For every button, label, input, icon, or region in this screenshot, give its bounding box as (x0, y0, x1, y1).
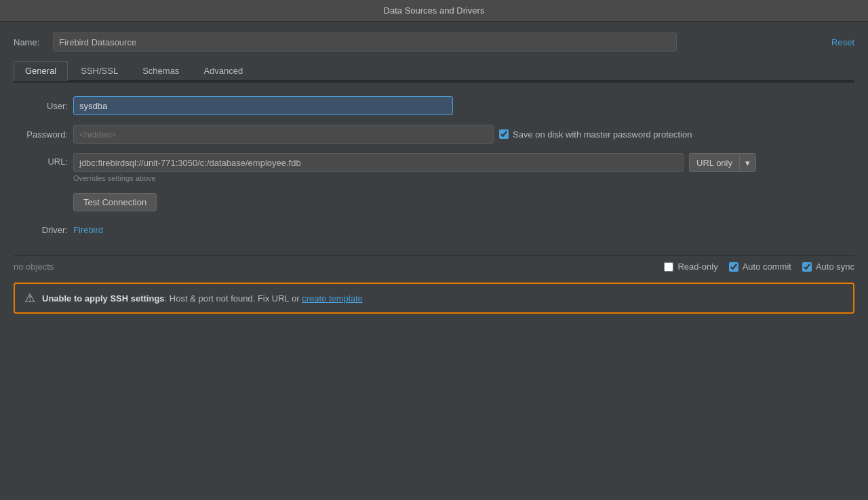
url-only-button-group: URL only ▾ (689, 153, 756, 172)
name-input[interactable] (53, 33, 677, 51)
bottom-options: Read-only Auto commit Auto sync (664, 262, 854, 272)
save-on-disk-text: Save on disk with master password protec… (513, 129, 692, 140)
warning-message: Unable to apply SSH settings: Host & por… (42, 293, 363, 304)
test-connection-button[interactable]: Test Connection (73, 193, 157, 211)
test-connection-row: Test Connection (14, 186, 854, 211)
create-template-link[interactable]: create template (302, 293, 363, 304)
save-on-disk-checkbox[interactable] (499, 129, 509, 139)
user-row: User: (14, 96, 854, 115)
name-row: Name: Reset (14, 33, 854, 51)
overrides-text: Overrides settings above (73, 174, 684, 182)
warning-icon: ⚠ (24, 291, 35, 306)
auto-commit-checkbox[interactable] (729, 262, 738, 272)
tabs-bar: General SSH/SSL Schemas Advanced (14, 61, 854, 81)
bottom-bar: no objects Read-only Auto commit Auto sy… (14, 255, 854, 277)
auto-sync-checkbox[interactable] (802, 262, 812, 272)
driver-row: Driver: Firebird (14, 225, 854, 235)
auto-sync-label: Auto sync (816, 262, 854, 272)
read-only-checkbox[interactable] (664, 262, 673, 272)
driver-label: Driver: (14, 225, 68, 235)
reset-button[interactable]: Reset (831, 37, 854, 47)
window-title: Data Sources and Drivers (384, 5, 485, 16)
warning-normal-text: : Host & port not found. Fix URL or (165, 293, 302, 304)
url-row: URL: Overrides settings above URL only ▾ (14, 153, 854, 182)
warning-bold-text: Unable to apply SSH settings (42, 293, 165, 304)
url-only-dropdown-button[interactable]: ▾ (739, 153, 756, 172)
tab-general[interactable]: General (14, 61, 68, 81)
warning-bar: ⚠ Unable to apply SSH settings: Host & p… (14, 283, 854, 314)
password-input[interactable] (73, 125, 494, 144)
driver-link[interactable]: Firebird (73, 225, 103, 235)
tab-content: User: Password: Save on disk with master… (14, 83, 854, 314)
password-label: Password: (14, 129, 68, 140)
auto-sync-option[interactable]: Auto sync (802, 262, 854, 272)
auto-commit-option[interactable]: Auto commit (729, 262, 791, 272)
url-only-main-button[interactable]: URL only (689, 153, 739, 172)
read-only-option[interactable]: Read-only (664, 262, 717, 272)
url-label: URL: (14, 153, 68, 167)
tab-ssh-ssl[interactable]: SSH/SSL (69, 61, 130, 80)
no-objects-text: no objects (14, 262, 54, 272)
url-input[interactable] (73, 153, 684, 172)
url-input-wrapper: Overrides settings above (73, 153, 684, 182)
tab-schemas[interactable]: Schemas (131, 61, 191, 80)
title-bar: Data Sources and Drivers (0, 0, 868, 22)
auto-commit-label: Auto commit (743, 262, 791, 272)
read-only-label: Read-only (677, 262, 717, 272)
tab-advanced[interactable]: Advanced (192, 61, 254, 80)
name-label: Name: (14, 37, 47, 47)
password-row: Password: Save on disk with master passw… (14, 125, 854, 144)
save-on-disk-label[interactable]: Save on disk with master password protec… (499, 129, 692, 140)
user-label: User: (14, 101, 68, 111)
user-input[interactable] (73, 96, 453, 115)
